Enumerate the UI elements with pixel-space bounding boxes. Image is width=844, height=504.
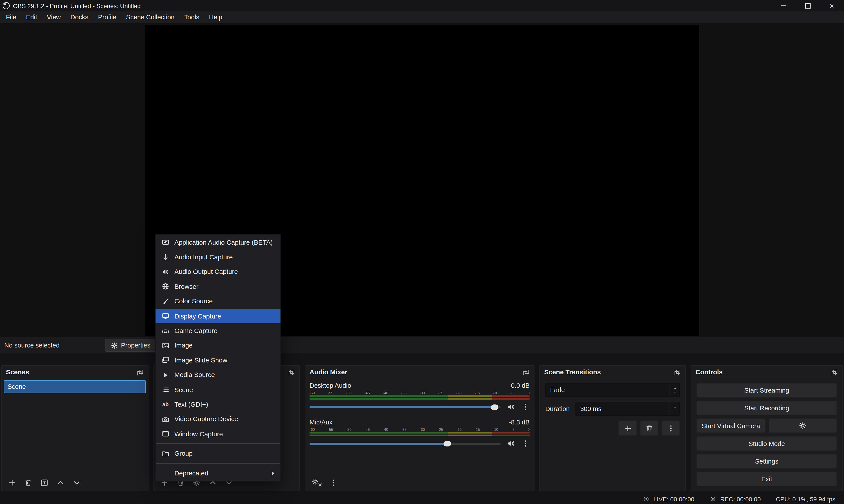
- scenes-dock: Scenes Scene: [1, 365, 149, 491]
- menu-item-media-source[interactable]: Media Source: [156, 368, 281, 382]
- menu-profile[interactable]: Profile: [93, 11, 121, 23]
- menu-item-deprecated[interactable]: Deprecated: [156, 466, 281, 481]
- start-virtual-camera-button[interactable]: Start Virtual Camera: [697, 418, 765, 433]
- camera-icon: [161, 416, 169, 423]
- mute-button[interactable]: [507, 439, 515, 448]
- menu-item-color-source[interactable]: Color Source: [156, 294, 281, 309]
- add-scene-button[interactable]: [8, 479, 16, 487]
- no-source-label: No source selected: [4, 342, 60, 349]
- settings-button[interactable]: Settings: [697, 454, 837, 468]
- mixer-channel: Desktop Audio 0.0 dB -60-55-50-45-40-35-…: [309, 382, 529, 411]
- volume-meter: [309, 395, 529, 400]
- brush-icon: [161, 298, 169, 305]
- menu-item-audio-output-capture[interactable]: Audio Output Capture: [156, 265, 281, 279]
- menu-docks[interactable]: Docks: [66, 11, 93, 23]
- add-transition-button[interactable]: [618, 421, 637, 436]
- menu-file[interactable]: File: [1, 11, 21, 23]
- virtual-camera-config-button[interactable]: [768, 418, 837, 433]
- tick-label: -60: [309, 428, 315, 431]
- minimize-icon: [781, 5, 786, 6]
- mute-button[interactable]: [507, 403, 515, 411]
- menu-item-text-gdi[interactable]: ab Text (GDI+): [156, 397, 281, 412]
- popout-icon[interactable]: [523, 369, 529, 376]
- duration-stepper[interactable]: [670, 402, 679, 415]
- menu-item-image[interactable]: Image: [156, 338, 281, 353]
- popout-icon[interactable]: [137, 369, 144, 376]
- tick-label: -45: [364, 391, 370, 395]
- popout-icon[interactable]: [288, 369, 295, 376]
- transition-select[interactable]: Fade: [545, 383, 680, 397]
- slideshow-icon: [161, 357, 169, 364]
- move-scene-down-button[interactable]: [73, 479, 81, 487]
- live-icon: [643, 496, 650, 502]
- image-icon: [161, 342, 169, 349]
- popout-icon[interactable]: [674, 369, 681, 376]
- menu-view[interactable]: View: [42, 11, 66, 23]
- mixer-channel: Mic/Aux -8.3 dB -60-55-50-45-40-35-30-25…: [309, 418, 529, 448]
- scene-list-item[interactable]: Scene: [4, 380, 146, 393]
- advanced-audio-button[interactable]: [312, 478, 321, 487]
- speaker-icon: [161, 268, 169, 275]
- tick-label: -40: [383, 428, 388, 431]
- properties-button[interactable]: Properties: [105, 339, 156, 352]
- scene-transitions-title: Scene Transitions: [544, 368, 601, 376]
- menu-scene-collection[interactable]: Scene Collection: [121, 11, 179, 23]
- channel-options-button[interactable]: [521, 403, 529, 411]
- remove-scene-button[interactable]: [24, 479, 32, 487]
- volume-slider[interactable]: [309, 443, 501, 445]
- close-button[interactable]: ×: [820, 0, 844, 11]
- globe-icon: [161, 283, 169, 290]
- popout-icon[interactable]: [831, 369, 838, 376]
- maximize-button[interactable]: [796, 0, 820, 11]
- obs-logo-icon: [3, 2, 10, 9]
- controls-title: Controls: [695, 368, 723, 376]
- menu-help[interactable]: Help: [204, 11, 227, 23]
- duration-value: 300 ms: [576, 405, 670, 413]
- transition-select-stepper[interactable]: [670, 383, 679, 397]
- source-toolbar: No source selected Properties: [0, 337, 844, 353]
- menu-item-scene[interactable]: Scene: [156, 382, 281, 397]
- slider-handle[interactable]: [443, 441, 451, 446]
- scene-filters-button[interactable]: [40, 479, 49, 487]
- menu-item-browser[interactable]: Browser: [156, 280, 281, 294]
- transition-options-button[interactable]: [662, 421, 680, 436]
- menu-item-video-capture-device[interactable]: Video Capture Device: [156, 412, 281, 427]
- chevron-down-icon: [672, 409, 677, 412]
- minimize-button[interactable]: [771, 0, 795, 11]
- tick-label: -30: [419, 428, 425, 431]
- start-streaming-button[interactable]: Start Streaming: [697, 383, 837, 397]
- tick-label: -10: [493, 428, 498, 431]
- channel-options-button[interactable]: [521, 439, 529, 448]
- preview-area: [0, 23, 844, 337]
- menu-item-group[interactable]: Group: [156, 446, 281, 461]
- menu-item-application-audio-capture[interactable]: Application Audio Capture (BETA): [156, 235, 281, 250]
- display-icon: [161, 312, 169, 320]
- tick-label: 0: [528, 391, 529, 395]
- chevron-up-icon: [672, 405, 677, 409]
- exit-button[interactable]: Exit: [697, 472, 837, 486]
- menu-edit[interactable]: Edit: [21, 11, 42, 23]
- remove-transition-button[interactable]: [640, 421, 658, 436]
- mixer-options-button[interactable]: [329, 479, 338, 487]
- studio-mode-button[interactable]: Studio Mode: [697, 436, 837, 451]
- scenes-list: Scene: [2, 379, 148, 474]
- move-scene-up-button[interactable]: [56, 479, 65, 487]
- menu-tools[interactable]: Tools: [179, 11, 204, 23]
- menu-separator: [156, 463, 280, 464]
- menu-item-display-capture[interactable]: Display Capture: [156, 309, 281, 324]
- live-status: LIVE: 00:00:00: [643, 496, 694, 502]
- obs-app: OBS 29.1.2 - Profile: Untitled - Scenes:…: [0, 0, 844, 504]
- cpu-status: CPU: 0.1%, 59.94 fps: [776, 496, 836, 502]
- slider-handle[interactable]: [491, 404, 499, 410]
- volume-slider[interactable]: [309, 406, 501, 408]
- duration-spinbox[interactable]: 300 ms: [575, 402, 680, 416]
- tick-label: -50: [346, 428, 352, 431]
- scenes-toolbar: [2, 474, 148, 490]
- tick-label: -40: [383, 391, 388, 395]
- start-recording-button[interactable]: Start Recording: [697, 401, 837, 415]
- menu-item-game-capture[interactable]: Game Capture: [156, 324, 281, 338]
- menu-item-image-slide-show[interactable]: Image Slide Show: [156, 353, 281, 368]
- menu-item-window-capture[interactable]: Window Capture: [156, 427, 281, 442]
- menu-item-audio-input-capture[interactable]: Audio Input Capture: [156, 250, 281, 265]
- window-icon: [161, 430, 169, 437]
